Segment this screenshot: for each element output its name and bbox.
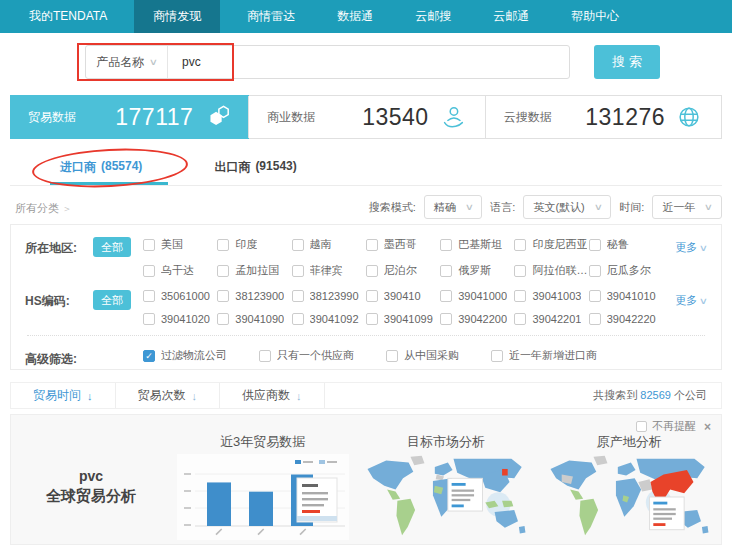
hscode-checkbox[interactable]: 39042201 (514, 313, 588, 325)
dont-remind-checkbox[interactable]: 不再提醒 (636, 419, 696, 434)
stat-value: 177117 (115, 104, 193, 131)
stat-trade-data[interactable]: 贸易数据 177117 (10, 95, 249, 139)
advanced-checkbox-single-supplier[interactable]: 只有一个供应商 (259, 348, 354, 363)
stat-cloud-search-data[interactable]: 云搜数据 131276 (485, 96, 721, 138)
stat-label: 商业数据 (267, 109, 315, 126)
search-row: 产品名称 ∨ 搜 索 (0, 42, 732, 82)
stat-business-data[interactable]: 商业数据 13540 (248, 96, 484, 138)
sort-trade-count[interactable]: 贸易次数 ↓ (116, 383, 221, 408)
region-option-label: 孟加拉国 (235, 263, 279, 278)
hscode-checkbox[interactable]: 39041090 (217, 313, 291, 325)
region-more-link[interactable]: 更多 ∨ (663, 237, 707, 255)
world-map-target-market (356, 454, 536, 540)
hscode-checkbox[interactable]: 390410 (366, 290, 440, 302)
search-input[interactable] (168, 46, 569, 78)
all-categories-link[interactable]: 所有分类 ＞ (15, 201, 72, 216)
checkbox-icon (589, 239, 601, 251)
region-filter-row: 所在地区: 全部 美国 印度 越南 墨西哥 巴基斯坦 印度尼西亚 秘鲁 乌干达 … (25, 237, 707, 278)
region-all-button[interactable]: 全部 (93, 237, 131, 257)
nav-item-my-tendata[interactable]: 我的TENDATA (14, 0, 122, 33)
checkbox-checked-icon: ✓ (143, 350, 155, 362)
search-category-dropdown[interactable]: 产品名称 ∨ (86, 46, 168, 78)
analysis-promo-panel: 不再提醒 × pvc 全球贸易分析 近3年贸易数据 (10, 414, 722, 545)
hscode-option-label: 39041020 (161, 313, 210, 325)
close-icon[interactable]: × (704, 420, 711, 434)
region-checkbox[interactable]: 孟加拉国 (217, 263, 291, 278)
region-checkbox[interactable]: 越南 (292, 237, 366, 252)
hscode-checkbox[interactable]: 39041020 (143, 313, 217, 325)
hscode-option-label: 38123900 (235, 290, 284, 302)
region-option-label: 印度尼西亚 (532, 237, 587, 252)
region-checkbox[interactable]: 厄瓜多尔 (589, 263, 663, 278)
nav-item-discovery[interactable]: 商情发现 (134, 0, 220, 33)
region-checkbox[interactable]: 巴基斯坦 (440, 237, 514, 252)
hscode-option-label: 39041090 (235, 313, 284, 325)
panel-origin-analysis[interactable]: 原产地分析 (538, 433, 721, 540)
time-select[interactable]: 近一年 ∨ (652, 195, 722, 219)
sort-supplier-count[interactable]: 供应商数 ↓ (220, 383, 325, 408)
checkbox-icon (589, 265, 601, 277)
hscode-checkbox[interactable]: 39041010 (589, 290, 663, 302)
search-button[interactable]: 搜 索 (594, 45, 660, 79)
region-checkbox[interactable]: 俄罗斯 (440, 263, 514, 278)
checkbox-icon (366, 265, 378, 277)
advanced-checkbox-new-importers[interactable]: 近一年新增进口商 (491, 348, 597, 363)
region-checkbox[interactable]: 印度尼西亚 (514, 237, 588, 252)
hscode-all-button[interactable]: 全部 (93, 290, 131, 310)
tab-exporters[interactable]: 出口商 (91543) (214, 159, 296, 176)
stat-value: 13540 (362, 104, 428, 131)
region-checkbox[interactable]: 尼泊尔 (366, 263, 440, 278)
hscode-checkbox[interactable]: 39042220 (589, 313, 663, 325)
checkbox-icon (143, 290, 155, 302)
region-option-label: 秘鲁 (607, 237, 629, 252)
hscode-checkbox[interactable]: 39041092 (292, 313, 366, 325)
advanced-checkbox-filter-logistics[interactable]: ✓过滤物流公司 (143, 348, 227, 363)
checkbox-icon (491, 350, 503, 362)
bar-chart (177, 454, 349, 540)
advanced-checkbox-buy-from-china[interactable]: 从中国采购 (386, 348, 459, 363)
nav-item-radar[interactable]: 商情雷达 (232, 0, 310, 33)
hscode-checkbox[interactable]: 39041000 (440, 290, 514, 302)
filter-card: 所在地区: 全部 美国 印度 越南 墨西哥 巴基斯坦 印度尼西亚 秘鲁 乌干达 … (10, 224, 722, 370)
region-checkbox[interactable]: 阿拉伯联合... (514, 263, 588, 278)
meta-row: 所有分类 ＞ 搜索模式: 精确 ∨ 语言: 英文(默认) ∨ 时间: 近一年 ∨ (0, 192, 732, 222)
checkbox-icon (366, 239, 378, 251)
hscode-checkbox[interactable]: 38123990 (292, 290, 366, 302)
hscode-checkbox[interactable]: 39041099 (366, 313, 440, 325)
nav-item-help[interactable]: 帮助中心 (556, 0, 634, 33)
hscode-option-label: 39041010 (607, 290, 656, 302)
region-checkbox[interactable]: 秘鲁 (589, 237, 663, 252)
result-prefix: 共搜索到 (593, 389, 637, 401)
region-checkbox[interactable]: 印度 (217, 237, 291, 252)
region-checkbox[interactable]: 菲律宾 (292, 263, 366, 278)
checkbox-icon (514, 313, 526, 325)
hscode-more-link[interactable]: 更多 ∨ (663, 290, 707, 308)
advanced-option-label: 从中国采购 (404, 348, 459, 363)
nav-item-mail-tong[interactable]: 云邮通 (478, 0, 544, 33)
region-checkbox[interactable]: 乌干达 (143, 263, 217, 278)
region-checkbox[interactable]: 墨西哥 (366, 237, 440, 252)
sort-trade-time[interactable]: 贸易时间 ↓ (11, 383, 116, 408)
nav-item-mail-search[interactable]: 云邮搜 (400, 0, 466, 33)
hscode-checkbox[interactable]: 39041003 (514, 290, 588, 302)
analysis-title: pvc 全球贸易分析 (11, 468, 171, 506)
hscode-checkbox[interactable]: 39042200 (440, 313, 514, 325)
language-select[interactable]: 英文(默认) ∨ (523, 195, 611, 219)
region-options: 美国 印度 越南 墨西哥 巴基斯坦 印度尼西亚 秘鲁 乌干达 孟加拉国 菲律宾 … (143, 237, 663, 278)
checkbox-icon (292, 290, 304, 302)
arrow-down-icon: ↓ (192, 390, 198, 402)
hscode-option-label: 39042220 (607, 313, 656, 325)
hscode-checkbox[interactable]: 38123900 (217, 290, 291, 302)
hscode-checkbox[interactable]: 35061000 (143, 290, 217, 302)
region-checkbox[interactable]: 美国 (143, 237, 217, 252)
nav-item-datatong[interactable]: 数据通 (322, 0, 388, 33)
advanced-option-label: 过滤物流公司 (161, 348, 227, 363)
map-tooltip (650, 497, 685, 530)
search-mode-select[interactable]: 精确 ∨ (424, 195, 483, 219)
stat-value: 131276 (585, 104, 665, 131)
language-label: 语言: (490, 200, 515, 215)
active-tab-underline (50, 182, 168, 185)
panel-trade-history[interactable]: 近3年贸易数据 (171, 433, 354, 540)
panel-target-market[interactable]: 目标市场分析 (354, 433, 537, 540)
tab-importers[interactable]: 进口商 (85574) (60, 159, 142, 176)
